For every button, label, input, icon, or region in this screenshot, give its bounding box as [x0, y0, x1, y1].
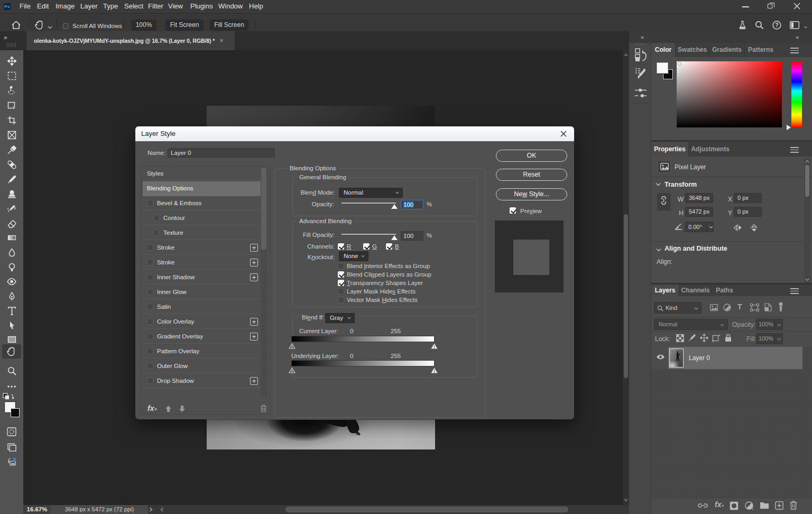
svg-text:?: ?: [775, 22, 778, 28]
